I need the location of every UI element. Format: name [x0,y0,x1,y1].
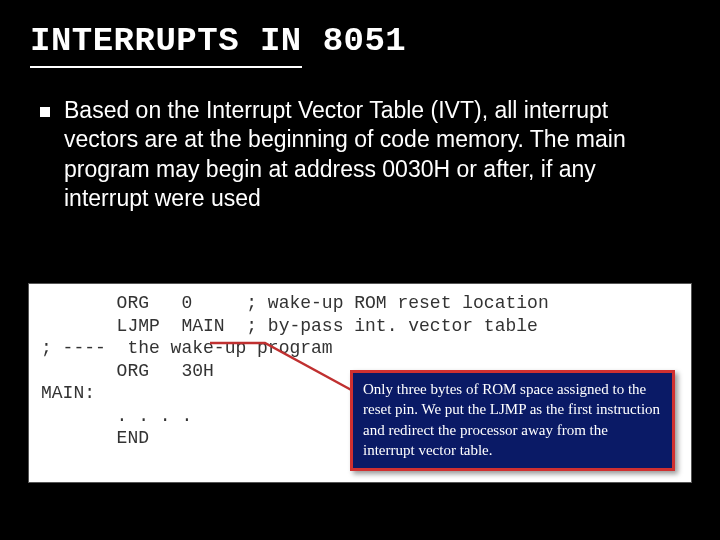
bullet-item: Based on the Interrupt Vector Table (IVT… [40,96,680,214]
body-region: Based on the Interrupt Vector Table (IVT… [0,68,720,214]
callout-note: Only three bytes of ROM space assigned t… [350,370,675,471]
body-paragraph: Based on the Interrupt Vector Table (IVT… [64,96,680,214]
code-line: ; ---- the wake-up program [41,337,679,360]
code-line: ORG 0 ; wake-up ROM reset location [41,292,679,315]
slide-title: INTERRUPTS IN 8051 [0,0,720,66]
code-line: LJMP MAIN ; by-pass int. vector table [41,315,679,338]
square-bullet-icon [40,107,50,117]
